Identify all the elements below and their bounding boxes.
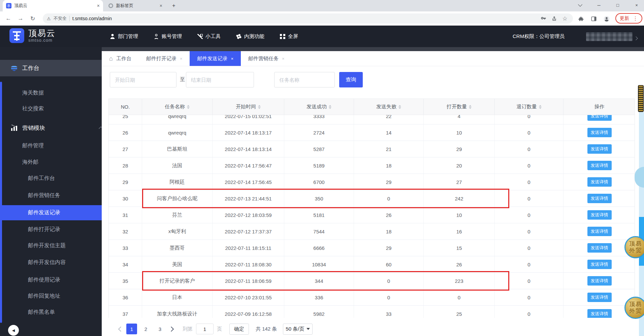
browser-update-button[interactable]: 更新 ⋮	[615, 13, 642, 24]
table-column-header[interactable]: 发送成功	[284, 99, 354, 115]
sidebar-item[interactable]: 工作台	[0, 60, 112, 76]
content-tab[interactable]: ⌂ 工作台 ×	[102, 51, 139, 66]
browser-menu-dots-icon[interactable]: ⋮	[633, 15, 638, 22]
prev-page-icon[interactable]	[117, 324, 125, 334]
task-name-input[interactable]	[274, 72, 335, 87]
logo-subtitle: smtso.com	[28, 38, 56, 43]
send-detail-button[interactable]: 发送详情	[587, 161, 612, 170]
close-tab-icon[interactable]: ×	[282, 56, 285, 61]
goto-page-input[interactable]	[196, 324, 214, 334]
url-divider	[69, 16, 70, 21]
content-tab[interactable]: ⌂ 邮件打开记录 ×	[139, 51, 190, 66]
sort-icon[interactable]	[187, 105, 190, 109]
window-maximize-button[interactable]: □	[611, 0, 624, 10]
extensions-puzzle-icon[interactable]	[577, 14, 585, 23]
header-menu-item[interactable]: 小工具	[197, 33, 221, 40]
send-detail-button[interactable]: 发送详情	[587, 227, 612, 236]
cell-start-time: 2022-07-14 18:13:17	[213, 124, 284, 141]
password-key-icon[interactable]	[539, 14, 547, 23]
table-column-header[interactable]: NO.	[109, 99, 142, 115]
page-number-button[interactable]: 1	[126, 324, 137, 334]
sidebar-item-label: 社交搜索	[22, 105, 44, 112]
goto-confirm-button[interactable]: 确定	[229, 324, 249, 335]
header-menu-item[interactable]: 全屏	[280, 33, 298, 40]
url-field[interactable]: ⚠ 不安全 t.smtso.com/admin ☆	[43, 13, 573, 24]
page-number-button[interactable]: 2	[140, 324, 151, 334]
close-tab-icon[interactable]: ×	[180, 56, 183, 61]
send-detail-button[interactable]: 发送详情	[587, 243, 612, 253]
send-detail-button[interactable]: 发送详情	[587, 194, 612, 203]
start-date-input[interactable]	[110, 72, 176, 87]
cell-open-count: 29	[424, 141, 495, 157]
scrollbar-striped-thumb[interactable]	[638, 85, 644, 112]
send-detail-button[interactable]: 发送详情	[587, 260, 612, 269]
send-detail-button[interactable]: 发送详情	[587, 210, 612, 220]
browser-tab-current[interactable]: 丰 顶易云 ×	[3, 0, 103, 11]
sidebar-collapse-button[interactable]: ◀	[8, 325, 19, 336]
cell-start-time: 2022-07-14 18:13:14	[213, 141, 284, 157]
sort-icon[interactable]	[398, 105, 401, 109]
table-column-header[interactable]: 操作	[564, 99, 635, 115]
window-close-button[interactable]: ×	[630, 0, 643, 10]
reload-icon[interactable]: ↻	[28, 14, 37, 23]
back-icon[interactable]: ←	[4, 14, 13, 23]
content-tab[interactable]: ⌂ 邮件发送记录 ×	[190, 51, 241, 66]
close-tab-icon[interactable]: ×	[160, 3, 162, 8]
table-column-header[interactable]: 任务名称	[142, 99, 213, 115]
header-menu-label: 部门管理	[118, 33, 138, 40]
table-column-header[interactable]: 发送失败	[354, 99, 424, 115]
cell-task-name: 巴基斯坦	[142, 141, 213, 157]
cell-task-name: 打开记录的客户	[142, 273, 213, 289]
profile-avatar-icon[interactable]	[602, 14, 611, 23]
share-icon[interactable]	[550, 14, 558, 23]
close-tab-icon[interactable]: ×	[231, 56, 233, 61]
user-dropdown-caret-icon[interactable]	[634, 36, 638, 40]
page-number-button[interactable]: 3	[155, 324, 165, 334]
next-page-icon[interactable]	[167, 324, 175, 334]
tab-search-chevron-icon[interactable]	[573, 0, 587, 10]
send-detail-button[interactable]: 发送详情	[587, 309, 612, 318]
side-panel-icon[interactable]	[589, 14, 598, 23]
end-date-input[interactable]	[186, 72, 254, 87]
customer-service-stamp[interactable]: 顶易外贸	[624, 297, 644, 319]
per-page-select[interactable]: 50 条/页	[283, 324, 313, 335]
new-tab-button[interactable]: +	[170, 2, 177, 9]
table-column-header[interactable]: 开始时间	[213, 99, 284, 115]
header-menu-item[interactable]: 账号管理	[154, 33, 182, 40]
search-button[interactable]: 查询	[339, 72, 363, 87]
sort-icon[interactable]	[258, 105, 261, 109]
content-tab-label: 邮件发送记录	[197, 55, 227, 62]
window-minimize-button[interactable]: ─	[592, 0, 606, 10]
table-row: 34 美国 2022-07-11 18:08:30 10834 60 26 0 …	[109, 256, 635, 273]
cell-no: 30	[109, 190, 142, 207]
table-column-header[interactable]: 打开数量	[424, 99, 495, 115]
send-detail-button[interactable]: 发送详情	[587, 177, 612, 187]
browser-tab-newtab[interactable]: 新标签页 ×	[105, 0, 166, 11]
send-detail-button[interactable]: 发送详情	[587, 144, 612, 154]
content-tab[interactable]: ⌂ 邮件营销任务 ×	[241, 51, 292, 66]
send-detail-button[interactable]: 发送详情	[587, 293, 612, 302]
table-row: 25 qwreqrq 2022-07-15 01:02:51 3333 22 4…	[109, 115, 635, 124]
main-content: ⌂ 工作台 × ⌂ 邮件打开记录 × ⌂ 邮件发送记录 × ⌂ 邮件营销任务 ×	[102, 51, 644, 336]
cell-send-fail: 14	[354, 124, 424, 141]
bookmark-star-icon[interactable]: ☆	[561, 14, 569, 23]
header-menu-item[interactable]: 内测功能	[236, 33, 264, 40]
sidebar-item[interactable]: 营销模块	[0, 120, 112, 135]
cell-start-time: 2022-07-11 18:06:59	[213, 273, 284, 289]
forward-icon[interactable]: →	[16, 14, 25, 23]
table-column-header[interactable]: 退订数量	[495, 99, 564, 115]
close-tab-icon[interactable]: ×	[97, 3, 100, 8]
header-menu-item[interactable]: 部门管理	[110, 33, 138, 40]
sort-icon[interactable]	[539, 105, 542, 109]
send-detail-button[interactable]: 发送详情	[587, 115, 612, 121]
app-logo[interactable]: 顶易云 smtso.com	[9, 28, 56, 43]
table-row: 31 芬兰 2022-07-12 18:03:59 5181 26 10 0 发…	[109, 207, 635, 223]
sort-icon[interactable]	[329, 105, 331, 109]
logo-mark-icon	[9, 28, 24, 43]
customer-service-stamp[interactable]: 顶易外贸	[624, 236, 644, 258]
username-redacted[interactable]	[586, 32, 633, 41]
cell-send-success: 3333	[284, 115, 354, 124]
send-detail-button[interactable]: 发送详情	[587, 276, 612, 286]
sort-icon[interactable]	[469, 105, 472, 109]
send-detail-button[interactable]: 发送详情	[587, 128, 612, 137]
